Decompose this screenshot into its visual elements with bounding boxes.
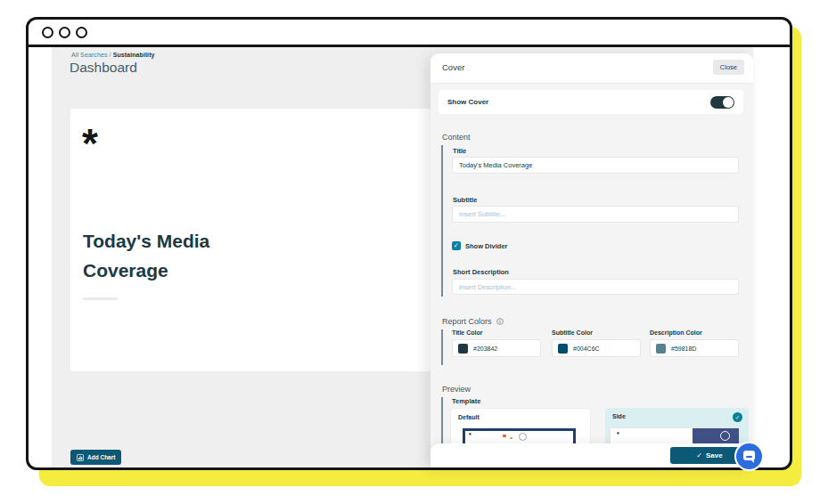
- save-button-label: Save: [706, 451, 723, 459]
- cover-title-line1: Today's Media: [83, 227, 315, 256]
- thumbnail-side-illustration: [693, 428, 739, 443]
- template-option-side[interactable]: Side ✓ *: [605, 408, 749, 443]
- close-button[interactable]: Close: [713, 60, 744, 75]
- cover-divider-line: [83, 297, 118, 300]
- toggle-knob: [723, 97, 734, 108]
- subtitle-color-field: Subtitle Color #004C6C: [552, 329, 641, 357]
- thumbnail-orange-decor: [510, 437, 512, 439]
- template-side-label: Side: [612, 413, 626, 419]
- show-divider-checkbox[interactable]: ✓: [452, 241, 461, 250]
- thumbnail-orange-decor: [503, 435, 506, 437]
- window-control-icon[interactable]: [42, 27, 53, 38]
- cover-title-line2: Coverage: [83, 256, 315, 286]
- thumbnail-circle-decor: [519, 433, 527, 441]
- breadcrumb: All Searches / Sustainability: [71, 52, 155, 58]
- subtitle-color-picker[interactable]: #004C6C: [552, 339, 641, 357]
- subtitle-field-label: Subtitle: [453, 196, 478, 204]
- drawer-footer: ✓ Save: [430, 443, 753, 467]
- description-color-label: Description Color: [650, 329, 739, 336]
- drawer-title: Cover: [442, 62, 464, 72]
- show-cover-label: Show Cover: [447, 98, 488, 106]
- title-color-swatch: [458, 344, 468, 354]
- drawer-header: Cover Close: [430, 53, 753, 84]
- add-chart-label: Add Chart: [87, 454, 115, 460]
- description-input[interactable]: [452, 279, 739, 295]
- title-color-picker[interactable]: #203842: [452, 339, 541, 357]
- report-colors-heading-text: Report Colors: [442, 317, 492, 326]
- info-icon[interactable]: [496, 318, 504, 325]
- title-color-label: Title Color: [452, 329, 541, 336]
- window-control-icon[interactable]: [76, 27, 87, 38]
- subtitle-color-label: Subtitle Color: [552, 329, 641, 336]
- thumbnail-logo-asterisk: *: [617, 431, 619, 437]
- breadcrumb-parent-link[interactable]: All Searches: [71, 52, 108, 58]
- illustration-ring-decor: [720, 431, 730, 441]
- drawer-body: Show Cover Content Title Subtitle ✓ Show…: [430, 84, 753, 443]
- report-colors-group: Title Color #203842 Subtitle Color #004C…: [441, 329, 742, 365]
- show-divider-row: ✓ Show Divider: [452, 241, 508, 250]
- window-control-icon[interactable]: [59, 27, 70, 38]
- screenshot-canvas: All Searches / Sustainability Dashboard …: [0, 0, 828, 504]
- chat-widget-button[interactable]: [734, 442, 764, 471]
- report-colors-heading: Report Colors: [442, 317, 504, 326]
- preview-section-heading: Preview: [442, 385, 471, 394]
- template-option-default[interactable]: Default *: [450, 408, 591, 443]
- page-title: Dashboard: [70, 60, 137, 76]
- title-color-field: Title Color #203842: [452, 329, 541, 357]
- description-color-swatch: [656, 344, 666, 354]
- description-field-label: Short Description: [453, 268, 509, 276]
- thumbnail-logo-asterisk: *: [469, 432, 471, 438]
- preview-template-group: Template Default * Side ✓ *: [441, 397, 742, 443]
- cover-logo-asterisk: *: [82, 123, 98, 164]
- description-color-picker[interactable]: #59818D: [650, 339, 739, 357]
- template-label: Template: [452, 397, 480, 405]
- cover-title-text: Today's Media Coverage: [83, 227, 315, 285]
- description-color-field: Description Color #59818D: [650, 329, 739, 357]
- template-side-thumbnail: *: [610, 427, 740, 443]
- add-chart-button[interactable]: Add Chart: [70, 450, 121, 465]
- subtitle-color-swatch: [558, 344, 568, 354]
- show-divider-label: Show Divider: [465, 242, 508, 250]
- show-cover-toggle[interactable]: [710, 96, 734, 109]
- content-section-heading: Content: [442, 133, 471, 142]
- selected-check-badge: ✓: [733, 412, 742, 422]
- check-icon: ✓: [696, 451, 702, 459]
- window-titlebar: [29, 20, 790, 47]
- add-chart-icon: [77, 454, 84, 461]
- show-cover-row: Show Cover: [439, 90, 743, 114]
- subtitle-input[interactable]: [452, 206, 739, 223]
- report-cover-preview-card: * Today's Media Coverage: [70, 109, 430, 371]
- chat-icon-dash: [746, 456, 752, 458]
- content-section-group: Title Subtitle ✓ Show Divider Short Desc…: [441, 145, 742, 297]
- description-color-hex: #59818D: [671, 345, 696, 352]
- breadcrumb-separator: /: [110, 52, 111, 58]
- breadcrumb-current: Sustainability: [113, 52, 155, 58]
- template-default-label: Default: [458, 414, 480, 420]
- title-color-hex: #203842: [473, 345, 497, 352]
- title-input[interactable]: [452, 157, 739, 174]
- subtitle-color-hex: #004C6C: [573, 345, 600, 352]
- template-default-thumbnail: *: [463, 428, 576, 443]
- title-field-label: Title: [453, 147, 466, 155]
- cover-settings-drawer: Cover Close Show Cover Content Title Sub…: [430, 53, 753, 467]
- chat-bubble-icon: [743, 451, 755, 460]
